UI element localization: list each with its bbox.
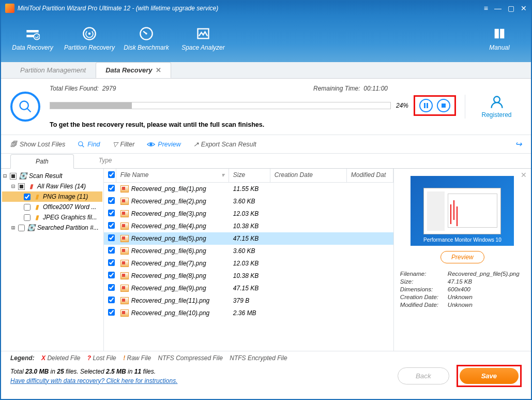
tree-checkbox[interactable] xyxy=(24,214,31,221)
disk-icon: 💽 xyxy=(19,172,27,180)
file-row[interactable]: Recovered_png_file(3).png12.03 KB xyxy=(104,208,393,220)
tree-office-word[interactable]: ▮Office2007 Word ... xyxy=(2,202,102,212)
back-button[interactable]: Back xyxy=(398,367,449,384)
maximize-icon[interactable]: ▢ xyxy=(508,4,514,12)
tree-scan-result[interactable]: ⊟💽Scan Result xyxy=(2,171,102,181)
space-analyzer-button[interactable]: Space Analyzer xyxy=(175,18,232,60)
collapse-icon[interactable]: ⊟ xyxy=(2,172,8,180)
file-name: Recovered_png_file(4).png xyxy=(131,223,206,230)
titlebar: MiniTool Partition Wizard Pro Ultimate 1… xyxy=(1,1,531,16)
file-size: 3.60 KB xyxy=(229,247,270,255)
file-checkbox[interactable] xyxy=(108,297,115,303)
tree-checkbox[interactable] xyxy=(10,173,17,180)
col-checkbox[interactable] xyxy=(104,169,116,182)
preview-button[interactable]: Preview xyxy=(440,251,484,263)
file-row[interactable]: Recovered_png_file(5).png47.15 KB xyxy=(104,232,393,245)
col-size[interactable]: Size xyxy=(229,169,270,182)
sort-icon: ▾ xyxy=(221,171,224,179)
stop-button[interactable] xyxy=(437,99,450,112)
col-modified-date[interactable]: Modified Dat xyxy=(347,169,393,182)
file-checkbox[interactable] xyxy=(108,284,115,291)
preview-close-icon[interactable]: ✕ xyxy=(521,171,527,179)
png-file-icon xyxy=(120,309,129,317)
expand-icon[interactable]: ⊞ xyxy=(10,224,16,231)
file-row[interactable]: Recovered_png_file(7).png12.03 KB xyxy=(104,257,393,270)
file-row[interactable]: Recovered_png_file(8).png10.38 KB xyxy=(104,270,393,282)
file-row[interactable]: Recovered_png_file(9).png47.15 KB xyxy=(104,282,393,294)
scan-controls-highlight xyxy=(414,95,456,116)
main-tabs: Partition Management Data Recovery✕ xyxy=(1,62,531,79)
file-name: Recovered_png_file(5).png xyxy=(131,235,206,242)
filter-icon: ▽ xyxy=(113,140,118,148)
show-lost-files-button[interactable]: 🗐Show Lost Files xyxy=(10,141,65,148)
file-row[interactable]: Recovered_png_file(10).png2.36 MB xyxy=(104,307,393,319)
tab-path[interactable]: Path xyxy=(10,154,74,169)
save-highlight: Save xyxy=(457,365,522,387)
file-size: 2.36 MB xyxy=(229,309,270,317)
data-recovery-button[interactable]: Data Recovery xyxy=(4,18,61,60)
file-size: 11.55 KB xyxy=(229,185,270,192)
folder-icon: ▮ xyxy=(33,214,41,221)
tree-checkbox[interactable] xyxy=(18,225,25,231)
file-checkbox[interactable] xyxy=(108,309,115,316)
close-icon[interactable]: ✕ xyxy=(521,4,527,12)
file-name: Recovered_png_file(8).png xyxy=(131,272,206,279)
export-scan-button[interactable]: ↗Export Scan Result xyxy=(193,140,256,148)
partition-recovery-button[interactable]: Partition Recovery xyxy=(61,18,118,60)
meta-size-key: Size: xyxy=(400,278,448,285)
tree-checkbox[interactable] xyxy=(24,194,31,200)
file-size: 10.38 KB xyxy=(229,272,270,279)
folder-icon: ▮ xyxy=(33,203,41,211)
file-checkbox[interactable] xyxy=(108,247,115,254)
file-checkbox[interactable] xyxy=(108,185,115,191)
file-name: Recovered_png_file(2).png xyxy=(131,198,206,205)
registered-status[interactable]: Registered xyxy=(465,95,522,118)
tab-close-icon[interactable]: ✕ xyxy=(156,66,161,74)
file-checkbox[interactable] xyxy=(108,210,115,216)
find-button[interactable]: Find xyxy=(78,141,100,148)
tab-data-recovery[interactable]: Data Recovery✕ xyxy=(96,62,171,78)
collapse-icon[interactable]: ⊟ xyxy=(10,183,16,190)
tree-checkbox[interactable] xyxy=(24,204,31,211)
file-row[interactable]: Recovered_png_file(2).png3.60 KB xyxy=(104,195,393,208)
preview-toggle-button[interactable]: Preview xyxy=(147,141,180,148)
menu-icon[interactable]: ≡ xyxy=(484,4,488,12)
pause-button[interactable] xyxy=(419,99,433,112)
file-list-header: File Name ▾ Size Creation Date Modified … xyxy=(104,169,393,183)
meta-mdate-value: Unknown xyxy=(448,302,473,308)
remaining-label: Remaining Time: xyxy=(313,85,360,92)
tab-type[interactable]: Type xyxy=(74,154,137,168)
file-checkbox[interactable] xyxy=(108,259,115,266)
file-row[interactable]: Recovered_png_file(11).png379 B xyxy=(104,294,393,307)
help-link[interactable]: Have difficulty with data recovery? Clic… xyxy=(10,377,398,384)
svg-rect-11 xyxy=(442,103,446,108)
file-checkbox[interactable] xyxy=(108,197,115,204)
col-filename[interactable]: File Name ▾ xyxy=(116,169,229,182)
disk-benchmark-button[interactable]: Disk Benchmark xyxy=(118,18,175,60)
file-checkbox[interactable] xyxy=(108,222,115,229)
tree-all-raw-files[interactable]: ⊟▮All Raw Files (14) xyxy=(2,181,102,191)
file-checkbox[interactable] xyxy=(108,272,115,278)
tree-checkbox[interactable] xyxy=(18,183,25,190)
folder-icon: ▮ xyxy=(33,193,41,200)
tree-searched-partition[interactable]: ⊞💽Searched Partition #... xyxy=(2,223,102,233)
col-creation-date[interactable]: Creation Date xyxy=(270,169,347,182)
file-row[interactable]: Recovered_png_file(1).png11.55 KB xyxy=(104,183,393,195)
svg-point-4 xyxy=(88,33,91,35)
tree-jpeg[interactable]: ▮JPEG Graphics fil... xyxy=(2,212,102,223)
minimize-icon[interactable]: — xyxy=(494,4,501,12)
tab-partition-management[interactable]: Partition Management xyxy=(10,62,96,78)
file-list: File Name ▾ Size Creation Date Modified … xyxy=(104,169,393,351)
file-row[interactable]: Recovered_png_file(4).png10.38 KB xyxy=(104,220,393,232)
file-checkbox[interactable] xyxy=(108,234,115,241)
lost-mark-icon: ? xyxy=(87,354,91,362)
svg-point-13 xyxy=(79,141,83,145)
filter-button[interactable]: ▽Filter xyxy=(113,140,135,148)
file-size: 379 B xyxy=(229,297,270,304)
share-button[interactable]: ↪ xyxy=(515,139,522,149)
tree-png-image[interactable]: ▮PNG Image (11) xyxy=(2,191,102,202)
footer: Total 23.0 MB in 25 files. Selected 2.5 … xyxy=(1,363,531,392)
file-row[interactable]: Recovered_png_file(6).png3.60 KB xyxy=(104,245,393,257)
save-button[interactable]: Save xyxy=(460,368,519,384)
manual-button[interactable]: Manual xyxy=(471,18,528,60)
